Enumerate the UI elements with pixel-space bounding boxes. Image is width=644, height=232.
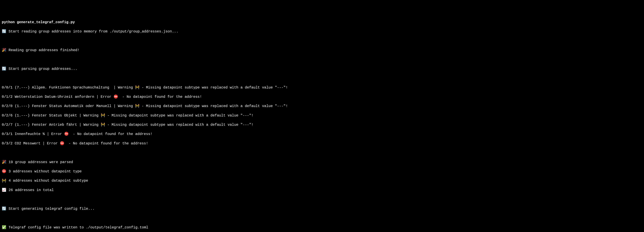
refresh-icon: 🔄: [2, 206, 6, 211]
party-icon: 🎉: [2, 160, 6, 164]
blank-line: [2, 76, 642, 80]
log-text: Start generating telegraf config file...: [6, 207, 94, 211]
log-line: 0/0/1 (7.---) Allgem. Funktionen Sprachu…: [2, 85, 642, 90]
log-line: 🔄 Start parsing group addresses...: [2, 67, 642, 71]
blank-line: [2, 216, 642, 220]
blank-line: [2, 39, 642, 43]
log-line: 0/3/1 Innenfeuchte % | Error ⛔ - No data…: [2, 132, 642, 136]
construction-icon: 🚧: [2, 178, 6, 183]
refresh-icon: 🔄: [2, 29, 6, 34]
log-line: 0/2/7 (1.---) Fenster Antrieb fährt | Wa…: [2, 123, 642, 127]
summary-line: 🎉 19 group addresses were parsed: [2, 160, 642, 164]
summary-line: 📈 26 addresses in total: [2, 188, 642, 192]
log-line: 0/3/2 CO2 Messwert | Error ⛔ - No datapo…: [2, 141, 642, 146]
log-text: 26 addresses in total: [6, 188, 54, 192]
check-icon: ✅: [2, 225, 6, 230]
blank-line: [2, 57, 642, 62]
summary-line: ⛔ 3 addresses without datapoint type: [2, 169, 642, 174]
log-text: Telegraf config file was written to ./ou…: [6, 225, 148, 229]
refresh-icon: 🔄: [2, 67, 6, 71]
log-text: Reading group addresses finished!: [6, 48, 80, 52]
log-text: Start reading group addresses into memor…: [6, 30, 178, 34]
log-line: 0/2/0 (1.---) Fenster Status Automatik o…: [2, 104, 642, 108]
blank-line: [2, 197, 642, 202]
log-line: 🔄 Start generating telegraf config file.…: [2, 206, 642, 211]
command-line: python generate_telegraf_config.py: [2, 20, 642, 25]
log-text: 19 group addresses were parsed: [6, 160, 73, 164]
no-entry-icon: ⛔: [2, 169, 6, 174]
log-text: Start parsing group addresses...: [6, 67, 77, 71]
log-line: 🔄 Start reading group addresses into mem…: [2, 29, 642, 34]
blank-line: [2, 150, 642, 155]
log-text: 4 addresses without datapoint subtype: [6, 179, 88, 183]
log-text: 3 addresses without datapoint type: [6, 169, 82, 173]
log-line: 🎉 Reading group addresses finished!: [2, 48, 642, 52]
log-line: 0/1/2 Wetterstation Datum-Uhrzeit anford…: [2, 94, 642, 99]
party-icon: 🎉: [2, 48, 6, 52]
summary-line: 🚧 4 addresses without datapoint subtype: [2, 178, 642, 183]
chart-icon: 📈: [2, 188, 6, 192]
log-line: ✅ Telegraf config file was written to ./…: [2, 225, 642, 230]
log-line: 0/2/6 (1.---) Fenster Status Objekt | Wa…: [2, 113, 642, 118]
